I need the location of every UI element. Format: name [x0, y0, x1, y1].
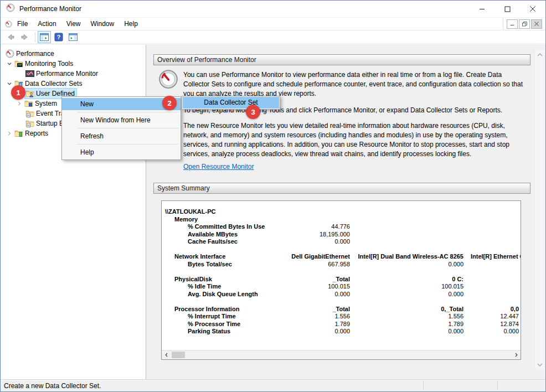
menu-action[interactable]: Action	[33, 18, 61, 29]
folder-trace-icon: 01	[25, 109, 34, 118]
counter-value: 100.015	[441, 283, 463, 290]
counter-value: 0,_Total	[441, 306, 463, 312]
folder-report-icon	[14, 129, 23, 138]
tree-item-label: Event Tra	[36, 110, 64, 117]
summary-row-cache-faults-sec: Cache Faults/sec0.000	[162, 238, 521, 246]
mdi-window-controls	[503, 18, 545, 30]
summary-row-avg-disk-queue-length: Avg. Disk Queue Length0.0000.000	[162, 291, 521, 298]
counter-label: % Interrupt Time	[188, 313, 236, 319]
tree-item-performance-monitor[interactable]: Performance Monitor	[1, 69, 146, 79]
counter-label: Cache Faults/sec	[188, 238, 238, 245]
tree-item-label: Performance	[16, 50, 54, 58]
counter-value: 12.874	[500, 321, 519, 327]
summary-row-interrupt-time: % Interrupt Time1.5561.55612.447	[162, 313, 521, 321]
tree-item-performance[interactable]: Performance	[1, 49, 146, 59]
folder-chart-icon	[14, 59, 23, 68]
menu-help[interactable]: Help	[119, 18, 143, 29]
scroll-up-icon[interactable]	[535, 50, 545, 59]
counter-value: 0.000	[334, 291, 350, 297]
help-icon[interactable]: ?	[52, 31, 65, 43]
counter-label: Parking Status	[188, 328, 230, 334]
chevron-right-icon[interactable]	[5, 129, 14, 138]
callout-step-2: 2	[162, 96, 177, 110]
tree-label-wrap: 01Event Tra	[25, 109, 66, 118]
overview-paragraph-3: The new Resource Monitor lets you view d…	[183, 121, 529, 159]
show-action-pane-icon[interactable]	[66, 31, 80, 43]
main-area: PerformanceMonitoring ToolsPerformance M…	[1, 45, 545, 379]
menu-bar: FileActionViewWindowHelp	[1, 17, 545, 30]
mdi-close-button[interactable]	[531, 19, 542, 29]
tree-label-wrap: Reports	[14, 128, 50, 138]
system-summary-header-text: System Summary	[157, 184, 210, 192]
menu-view[interactable]: View	[61, 18, 86, 29]
chevron-right-icon[interactable]	[15, 99, 24, 108]
context-menu-item-help[interactable]: Help	[62, 146, 181, 158]
context-menu-item-new-window-from-here[interactable]: New Window from Here	[62, 114, 181, 126]
overview-header-text: Overview of Performance Monitor	[157, 56, 256, 64]
scroll-right-icon[interactable]	[511, 350, 521, 359]
toolbar-separator	[35, 32, 35, 42]
menu-separator	[78, 112, 178, 112]
summary-row-committed-bytes-in-use: % Committed Bytes In Use44.776	[162, 223, 521, 231]
details-pane: Overview of Performance Monitor You can …	[148, 45, 545, 379]
counter-value: 18,195.000	[320, 231, 350, 238]
status-bar: Create a new Data Collector Set.	[1, 379, 545, 391]
counter-value: 0.000	[334, 238, 350, 245]
tree-label-wrap: Performance Monitor	[25, 69, 100, 79]
counter-value: Intel[R] Ethernet Co	[471, 253, 521, 260]
status-bar-text: Create a new Data Collector Set.	[4, 382, 101, 390]
counter-value: 12.447	[500, 313, 519, 319]
title-bar: Performance Monitor	[1, 1, 545, 17]
counter-label: PhysicalDisk	[174, 276, 212, 282]
context-menu-item-refresh[interactable]: Refresh	[62, 130, 181, 142]
mdi-restore-button[interactable]	[519, 19, 530, 29]
menu-file[interactable]: File	[12, 18, 33, 29]
vertical-scrollbar[interactable]	[534, 50, 544, 369]
counter-value: 1.789	[448, 321, 463, 327]
svg-text:01: 01	[27, 114, 30, 117]
counter-value: 100.015	[328, 283, 350, 290]
show-console-tree-icon[interactable]	[38, 31, 51, 43]
summary-spacer-row	[162, 268, 521, 276]
mdi-minimize-button[interactable]	[507, 19, 518, 29]
window-controls	[469, 1, 545, 17]
maximize-button[interactable]	[495, 1, 520, 17]
app-icon	[6, 3, 15, 14]
counter-value: 0.000	[448, 261, 463, 267]
summary-row-memory: Memory	[162, 216, 521, 224]
counter-value: 0.000	[448, 328, 463, 334]
counter-value: Intel[R] Dual Band Wireless-AC 8265	[358, 253, 463, 260]
summary-row-processor-information: Processor Information_Total0,_Total0,0	[162, 306, 521, 313]
counter-value: 0.000	[334, 328, 350, 334]
back-arrow-icon[interactable]	[4, 31, 17, 43]
overview-paragraph-1: You can use Performance Monitor to view …	[183, 70, 529, 99]
counter-value: 0.000	[503, 328, 519, 334]
tree-label-wrap: Performance	[5, 49, 56, 59]
forward-arrow-icon[interactable]	[18, 31, 32, 43]
open-resource-monitor-link[interactable]: Open Resource Monitor	[183, 163, 254, 171]
tree-item-label: System	[35, 100, 57, 107]
counter-value: 0,0	[511, 306, 519, 312]
counter-label: Bytes Total/sec	[188, 261, 232, 267]
menu-separator	[78, 128, 178, 128]
counter-value: 44.776	[331, 223, 350, 230]
svg-text:01: 01	[27, 124, 30, 127]
tree-item-label: Monitoring Tools	[25, 60, 73, 68]
minimize-button[interactable]	[469, 1, 495, 17]
chevron-down-icon[interactable]	[5, 59, 14, 68]
horizontal-scrollbar[interactable]	[162, 350, 521, 359]
close-button[interactable]	[520, 1, 545, 17]
new-submenu: Data Collector Set	[182, 96, 280, 110]
status-bar-divider	[497, 381, 498, 390]
counter-value: _Total	[332, 306, 350, 312]
scroll-down-icon[interactable]	[535, 360, 545, 369]
scroll-left-icon[interactable]	[162, 350, 171, 359]
summary-spacer-row	[162, 246, 521, 254]
submenu-item-data-collector-set[interactable]: Data Collector Set	[183, 97, 279, 109]
chevron-down-icon[interactable]	[5, 79, 14, 88]
tree-label-wrap: Monitoring Tools	[14, 59, 75, 69]
menu-window[interactable]: Window	[86, 18, 120, 29]
tree-item-monitoring-tools[interactable]: Monitoring Tools	[1, 59, 146, 69]
tree-item-label: Reports	[25, 130, 48, 137]
horizontal-scrollbar-thumb[interactable]	[172, 352, 185, 358]
